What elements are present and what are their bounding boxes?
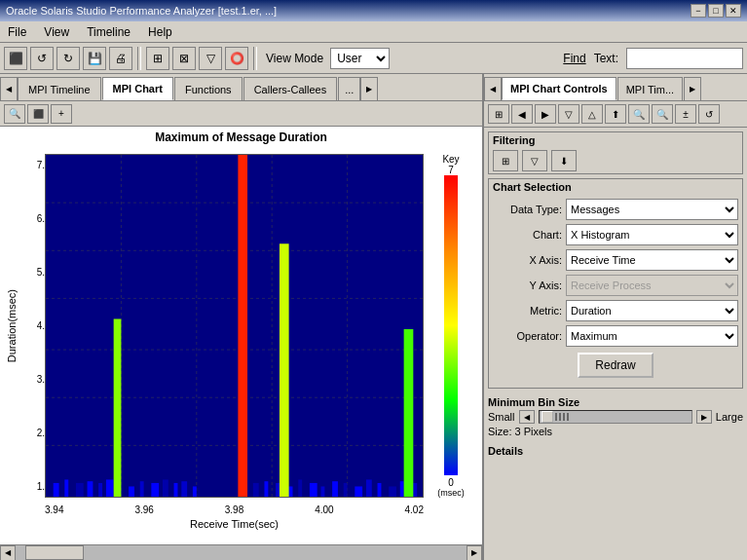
right-tab-nav-left[interactable]: ◀ [484,77,502,100]
right-toolbar: ⊞ ◀ ▶ ▽ △ ⬆ 🔍 🔍 ± ↺ [484,101,747,128]
rt-btn-3[interactable]: ▶ [535,104,556,124]
tab-callers-callees[interactable]: Callers-Callees [243,77,338,100]
y-tick-6: 6. [21,213,45,224]
tab-mpi-chart[interactable]: MPI Chart [102,77,173,100]
bin-size-section: Minimum Bin Size Small ◀ ▶ Lar [484,392,747,441]
svg-rect-39 [114,318,122,497]
svg-rect-24 [253,483,259,497]
rt-btn-4[interactable]: ▽ [558,104,579,124]
x-tick-3: 4.00 [315,504,333,515]
svg-rect-14 [98,483,102,497]
find-input[interactable] [626,48,743,69]
toolbar-btn-9[interactable]: ⭕ [225,47,248,70]
svg-rect-32 [344,483,348,497]
color-key: Key 7 0 (msec) [430,154,472,498]
data-type-label: Data Type: [493,204,566,215]
redraw-button[interactable]: Redraw [578,353,653,378]
toolbar-btn-5[interactable]: 🖨 [109,47,132,70]
rt-zoom-custom[interactable]: ± [675,104,696,124]
menu-file[interactable]: File [4,23,30,41]
scroll-right-button[interactable]: ▶ [467,545,482,561]
filter-btn-3[interactable]: ⬇ [551,150,577,171]
x-tick-2: 3.98 [225,504,243,515]
menu-help[interactable]: Help [144,23,176,41]
operator-row: Operator: Maximum [493,325,738,347]
add-icon[interactable]: + [51,104,72,124]
tab-mpi-tim[interactable]: MPI Tim... [617,77,684,100]
svg-rect-28 [298,479,302,497]
tab-more[interactable]: ... [338,77,360,100]
y-axis-select[interactable]: Receive Process [566,275,738,296]
x-tick-1: 3.96 [134,504,153,515]
bin-slider-track[interactable] [539,410,692,424]
text-label: Text: [594,52,618,65]
svg-rect-17 [129,486,134,497]
rt-btn-6[interactable]: ⬆ [605,104,626,124]
rt-btn-2[interactable]: ◀ [511,104,533,124]
chart-selection-label: Chart Selection [489,179,742,195]
svg-rect-21 [174,483,178,497]
chart-select[interactable]: X Histogram [566,224,738,245]
toolbar-btn-4[interactable]: 💾 [83,47,106,70]
view-mode-select[interactable]: User Expert [330,48,390,69]
rt-undo[interactable]: ↺ [698,104,720,124]
x-axis-select[interactable]: Receive Time [566,249,738,271]
x-tick-4: 4.02 [405,504,424,515]
svg-rect-25 [264,481,268,497]
menu-view[interactable]: View [40,23,73,41]
y-tick-2: 2. [21,428,45,438]
data-type-select[interactable]: Messages [566,199,738,220]
rt-btn-1[interactable]: ⊞ [488,104,509,124]
zoom-rect-icon[interactable]: ⬛ [27,104,49,124]
svg-rect-29 [310,483,317,497]
svg-rect-19 [151,483,159,497]
toolbar-btn-7[interactable]: ⊠ [172,47,196,70]
tab-mpi-chart-controls[interactable]: MPI Chart Controls [502,77,616,100]
filter-btn-1[interactable]: ⊞ [493,150,518,171]
svg-rect-20 [163,479,168,497]
rt-btn-5[interactable]: △ [581,104,603,124]
right-tab-nav-right[interactable]: ▶ [684,77,701,100]
scroll-left-button[interactable]: ◀ [0,545,16,561]
svg-rect-12 [76,483,84,497]
toolbar-btn-6[interactable]: ⊞ [146,47,169,70]
minimize-button[interactable]: − [691,4,706,18]
rt-zoom-in[interactable]: 🔍 [628,104,650,124]
toolbar-btn-1[interactable]: ⬛ [4,47,27,70]
chart-selection-content: Data Type: Messages Chart: X Histogram X… [489,195,742,388]
rt-zoom-out[interactable]: 🔍 [652,104,673,124]
chart-area: 🔍 ⬛ + Maximum of Message Duration Durati… [0,101,482,560]
right-tab-bar: ◀ MPI Chart Controls MPI Tim... ▶ [484,74,747,101]
zoom-out-icon[interactable]: 🔍 [4,104,25,124]
svg-rect-15 [106,479,114,497]
operator-select[interactable]: Maximum [566,325,738,347]
toolbar-btn-3[interactable]: ↻ [56,47,80,70]
toolbar-btn-8[interactable]: ▽ [199,47,222,70]
metric-select[interactable]: Duration [566,300,738,321]
tab-functions[interactable]: Functions [174,77,243,100]
chart-row: Chart: X Histogram [493,224,738,245]
tab-mpi-timeline[interactable]: MPI Timeline [18,77,101,100]
main-toolbar: ⬛ ↺ ↻ 💾 🖨 ⊞ ⊠ ▽ ⭕ View Mode User Expert … [0,43,747,74]
slider-left-btn[interactable]: ◀ [519,410,535,424]
menu-timeline[interactable]: Timeline [83,23,134,41]
close-button[interactable]: ✕ [726,4,741,18]
svg-rect-41 [280,243,289,497]
svg-rect-18 [140,481,144,497]
slider-right-btn[interactable]: ▶ [696,410,712,424]
scrollbar-thumb[interactable] [25,545,84,560]
size-text: Size: 3 Pixels [488,426,743,437]
tab-nav-right[interactable]: ▶ [360,77,378,100]
tab-nav-left[interactable]: ◀ [0,77,18,100]
find-label[interactable]: Find [563,52,585,65]
filter-btn-2[interactable]: ▽ [522,150,547,171]
toolbar-btn-2[interactable]: ↺ [30,47,54,70]
scrollbar-track[interactable] [16,545,467,560]
key-min: 0 [430,477,472,488]
filtering-label: Filtering [489,132,742,148]
svg-rect-33 [355,486,362,497]
horizontal-scrollbar[interactable]: ◀ ▶ [0,544,482,560]
y-tick-4: 4. [21,320,45,331]
chart-selection-section: Chart Selection Data Type: Messages Char… [488,178,743,389]
maximize-button[interactable]: □ [708,4,724,18]
